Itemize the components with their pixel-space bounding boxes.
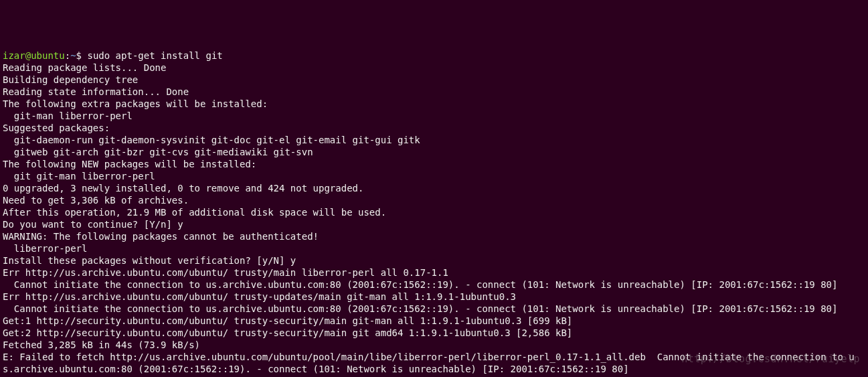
output-line: git git-man liberror-perl bbox=[3, 171, 155, 181]
command-text: sudo apt-get install git bbox=[87, 50, 222, 61]
output-line: Suggested packages: bbox=[3, 123, 110, 133]
output-line: The following NEW packages will be insta… bbox=[3, 159, 256, 169]
output-line: Err http://us.archive.ubuntu.com/ubuntu/… bbox=[3, 267, 448, 278]
output-line: Get:2 http://security.ubuntu.com/ubuntu/… bbox=[3, 327, 572, 338]
prompt-sigil: $ bbox=[76, 50, 82, 61]
output-line: The following extra packages will be ins… bbox=[3, 98, 268, 109]
output-line: gitweb git-arch git-bzr git-cvs git-medi… bbox=[3, 147, 313, 157]
output-line: liberror-perl bbox=[3, 243, 87, 254]
output-line: Get:1 http://security.ubuntu.com/ubuntu/… bbox=[3, 315, 572, 326]
prompt-separator: : bbox=[65, 50, 70, 61]
output-line: Need to get 3,306 kB of archives. bbox=[3, 195, 189, 206]
output-line: Cannot initiate the connection to us.arc… bbox=[3, 303, 837, 314]
output-line: Reading state information... Done bbox=[3, 86, 189, 97]
prompt-path: ~ bbox=[70, 50, 76, 61]
output-line: Err http://us.archive.ubuntu.com/ubuntu/… bbox=[3, 291, 516, 302]
output-line: git-daemon-run git-daemon-sysvinit git-d… bbox=[3, 135, 420, 145]
output-line: E: Failed to fetch http://us.archive.ubu… bbox=[3, 352, 855, 374]
output-line: Reading package lists... Done bbox=[3, 62, 166, 73]
output-line: Fetched 3,285 kB in 44s (73.9 kB/s) bbox=[3, 340, 200, 350]
output-line: Install these packages without verificat… bbox=[3, 255, 296, 266]
output-line: After this operation, 21.9 MB of additio… bbox=[3, 207, 386, 218]
output-line: 0 upgraded, 3 newly installed, 0 to remo… bbox=[3, 183, 363, 194]
output-line: Cannot initiate the connection to us.arc… bbox=[3, 279, 837, 290]
output-line: Building dependency tree bbox=[3, 74, 138, 85]
prompt-user-host: izar@ubuntu bbox=[3, 50, 65, 61]
output-line: WARNING: The following packages cannot b… bbox=[3, 231, 319, 242]
prompt-line: izar@ubuntu:~$ sudo apt-get install git bbox=[3, 50, 223, 61]
output-line: Do you want to continue? [Y/n] y bbox=[3, 219, 183, 230]
output-line: git-man liberror-perl bbox=[3, 110, 133, 121]
terminal-output[interactable]: izar@ubuntu:~$ sudo apt-get install git … bbox=[3, 50, 865, 377]
